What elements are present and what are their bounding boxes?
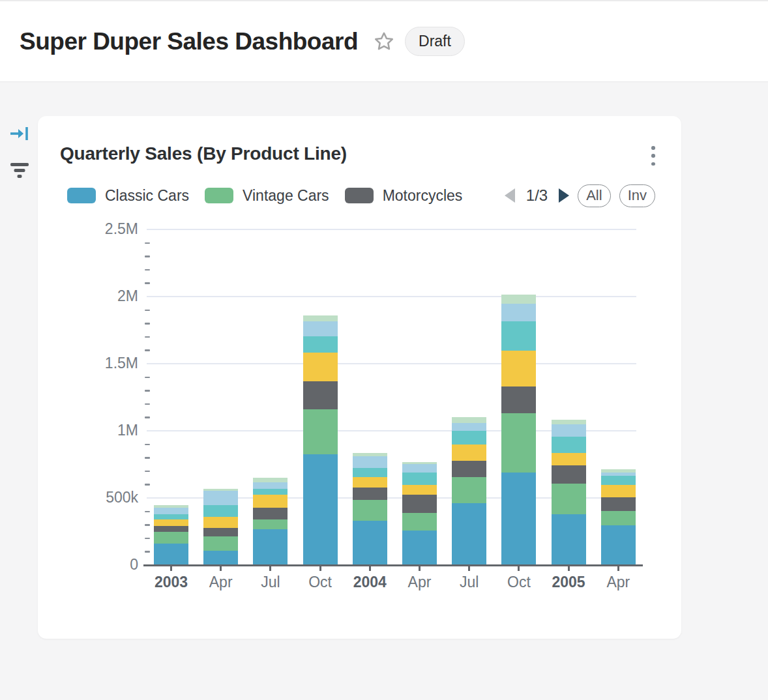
bar-segment[interactable] [253,529,288,564]
bar-segment[interactable] [452,423,486,431]
gridline-1.5M [147,363,636,364]
bar-segment[interactable] [154,526,188,532]
bar-segment[interactable] [402,473,437,485]
legend-prev-arrow[interactable] [505,188,515,203]
bar-stack-2003[interactable] [154,505,188,564]
bar-segment[interactable] [303,409,338,454]
collapse-panel-button[interactable] [8,123,31,145]
bar-segment[interactable] [452,445,486,461]
chart-plot-wrap: 0500k1M1.5M2M2.5M 2003AprJulOct2004AprJu… [38,229,681,620]
x-axis-tick [568,566,570,571]
legend-next-arrow[interactable] [559,188,569,203]
bar-segment[interactable] [501,295,536,304]
bar-segment[interactable] [353,456,387,468]
bar-segment[interactable] [303,353,338,381]
bar-segment[interactable] [253,478,288,482]
bar-segment[interactable] [501,321,536,351]
bar-segment[interactable] [203,517,238,528]
bar-stack-Apr[interactable] [203,489,238,564]
y-minor-tick [145,255,150,257]
bar-segment[interactable] [552,465,586,484]
bar-segment[interactable] [501,351,536,386]
bar-segment[interactable] [601,525,636,564]
bar-segment[interactable] [353,468,387,477]
bar-segment[interactable] [552,420,586,425]
bar-segment[interactable] [154,544,188,564]
legend-item-label: Vintage Cars [243,187,329,205]
bar-segment[interactable] [452,477,486,504]
bar-segment[interactable] [154,519,188,526]
bar-segment[interactable] [402,485,437,495]
bar-segment[interactable] [353,521,387,564]
bar-segment[interactable] [253,495,288,508]
legend-swatch-icon [67,188,96,203]
card-menu-button[interactable] [647,145,659,167]
x-axis-tick [319,566,321,571]
bar-segment[interactable] [253,489,288,495]
gridline-2.5M [147,229,636,230]
legend-invert-button[interactable]: Inv [619,184,655,207]
bar-segment[interactable] [402,531,437,564]
bar-segment[interactable] [353,488,387,500]
bar-segment[interactable] [601,511,636,526]
bar-segment[interactable] [402,513,437,531]
bar-segment[interactable] [203,536,238,551]
y-minor-tick [145,403,150,405]
bar-segment[interactable] [601,485,636,497]
bar-segment[interactable] [552,484,586,514]
bar-segment[interactable] [303,454,338,564]
chart-title: Quarterly Sales (By Product Line) [60,143,347,164]
y-minor-tick [145,457,150,459]
bar-segment[interactable] [203,528,238,536]
bar-segment[interactable] [203,505,238,517]
bar-segment[interactable] [353,500,387,521]
page-title: Super Duper Sales Dashboard [20,28,358,55]
bar-segment[interactable] [253,482,288,489]
bar-segment[interactable] [353,477,387,488]
bar-segment[interactable] [601,497,636,511]
bar-segment[interactable] [402,464,437,472]
bar-segment[interactable] [452,461,486,477]
bar-segment[interactable] [501,413,536,473]
legend-item-0[interactable]: Classic Cars [67,187,189,205]
bar-stack-Apr[interactable] [402,462,437,564]
legend-item-1[interactable]: Vintage Cars [205,187,329,205]
bar-stack-2004[interactable] [353,453,387,564]
bar-stack-Oct[interactable] [303,315,338,564]
bar-segment[interactable] [303,321,338,336]
bar-segment[interactable] [601,476,636,485]
bar-segment[interactable] [501,386,536,413]
bar-segment[interactable] [253,519,288,529]
bar-segment[interactable] [203,551,238,564]
y-tick-label: 2M [117,287,138,305]
bar-segment[interactable] [552,453,586,465]
bar-stack-2005[interactable] [552,420,586,564]
bar-segment[interactable] [501,473,536,564]
y-minor-tick [145,377,150,379]
bar-segment[interactable] [452,503,486,564]
bar-stack-Jul[interactable] [253,478,288,564]
bar-stack-Oct[interactable] [501,295,536,564]
bar-segment[interactable] [253,508,288,519]
bar-segment[interactable] [303,381,338,409]
bar-segment[interactable] [402,495,437,513]
bar-stack-Apr[interactable] [601,469,636,564]
bar-segment[interactable] [303,315,338,321]
bar-segment[interactable] [501,304,536,321]
filter-button[interactable] [8,159,31,181]
bar-stack-Jul[interactable] [452,417,486,564]
bar-segment[interactable] [552,437,586,453]
bar-segment[interactable] [303,336,338,353]
legend-select-all-button[interactable]: All [578,184,610,207]
bar-segment[interactable] [154,514,188,519]
bar-segment[interactable] [552,514,586,564]
y-tick-label: 2.5M [105,220,138,238]
legend-item-2[interactable]: Motorcycles [345,187,463,205]
bar-segment[interactable] [154,508,188,514]
bar-segment[interactable] [154,532,188,543]
bar-segment[interactable] [552,424,586,437]
favorite-button[interactable] [372,30,396,53]
bar-segment[interactable] [452,417,486,422]
bar-segment[interactable] [452,431,486,445]
bar-segment[interactable] [203,491,238,505]
